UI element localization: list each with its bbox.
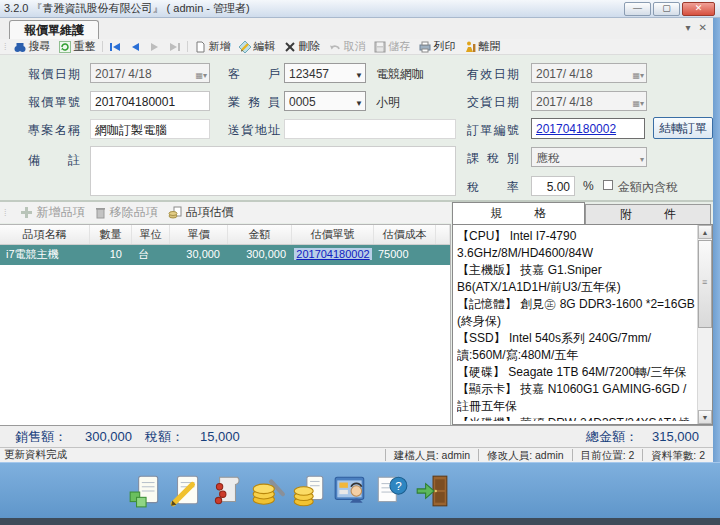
valid-date-field[interactable]: 2017/ 4/18▦▾: [531, 63, 647, 83]
coins-doc-icon[interactable]: [290, 470, 328, 512]
quote-date-label: 報價日期: [28, 66, 80, 83]
help-icon[interactable]: ?: [372, 470, 410, 512]
window-title: 3.2.0 『青雅資訊股份有限公司』 ( admin - 管理者): [4, 2, 250, 14]
tab-menu-icon[interactable]: ▾: [686, 22, 691, 33]
col-qty[interactable]: 數量: [90, 225, 132, 244]
estimate-item-button[interactable]: 品項估價: [168, 204, 234, 221]
note-label: 備註: [28, 152, 80, 169]
search-button[interactable]: 搜尋: [10, 39, 55, 54]
tab-attachment[interactable]: 附件: [585, 204, 711, 224]
minimize-button[interactable]: —: [624, 2, 651, 16]
tax-included-label: 金額內含稅: [618, 179, 678, 196]
maximize-button[interactable]: ▢: [653, 2, 680, 16]
customer-combo[interactable]: 123457▼: [284, 63, 366, 83]
chevron-down-icon[interactable]: ▾: [640, 151, 644, 169]
edit-button[interactable]: 編輯: [235, 39, 280, 54]
record-count-status: 資料筆數: 2: [642, 449, 713, 461]
total-amount-label: 總金額：: [586, 426, 638, 447]
col-est-no[interactable]: 估價單號: [292, 225, 374, 244]
project-label: 專案名稱: [28, 122, 80, 139]
nav-prev-button[interactable]: [125, 39, 145, 54]
nav-first-button[interactable]: [105, 39, 125, 54]
address-field[interactable]: [284, 119, 456, 139]
calendar-dropdown-icon[interactable]: ▦▾: [195, 67, 207, 85]
print-button[interactable]: 列印: [415, 39, 460, 54]
chevron-down-icon[interactable]: ▼: [355, 67, 363, 85]
address-label: 送貨地址: [228, 122, 280, 139]
refresh-button[interactable]: 重整: [55, 39, 100, 54]
position-status: 目前位置: 2: [572, 449, 643, 461]
tax-included-checkbox[interactable]: [603, 180, 613, 190]
refresh-icon: [59, 41, 71, 53]
table-row-selected[interactable]: i7電競主機 10 台 30,000 300,000 201704180002 …: [0, 245, 450, 265]
next-record-icon: [149, 41, 161, 53]
printer-icon: [419, 41, 431, 53]
last-record-icon: [169, 41, 181, 53]
vertical-scrollbar[interactable]: ▲ ▼: [697, 225, 712, 424]
toolbar-grip: ⁞: [4, 42, 7, 52]
valid-date-label: 有效日期: [467, 66, 519, 83]
app-window: 3.2.0 『青雅資訊股份有限公司』 ( admin - 管理者) — ▢ ✕ …: [0, 0, 720, 525]
undo-arrow-icon: [329, 41, 341, 53]
col-item-name[interactable]: 品項名稱: [0, 225, 90, 244]
tab-spec[interactable]: 規格: [452, 202, 585, 224]
calendar-dropdown-icon[interactable]: ▦▾: [632, 67, 644, 85]
right-edge-strip: [713, 18, 720, 462]
scroll-thumb[interactable]: [698, 240, 712, 328]
support-icon[interactable]: [331, 470, 369, 512]
binoculars-icon: [14, 41, 26, 53]
note-textarea[interactable]: [90, 146, 456, 196]
bottom-edge-strip: [0, 518, 720, 525]
deliver-date-label: 交貨日期: [467, 94, 519, 111]
transfer-order-button[interactable]: 結轉訂單: [653, 117, 713, 139]
add-item-button[interactable]: 新增品項: [20, 204, 85, 221]
spec-panel: 【CPU】 Intel I7-4790 3.6GHz/8M/HD4600/84W…: [452, 224, 713, 425]
quote-no-field[interactable]: 201704180001: [90, 91, 210, 111]
scroll-down-icon[interactable]: ▼: [698, 410, 712, 424]
tax-rate-field[interactable]: 5.00: [531, 176, 575, 196]
order-edit-icon[interactable]: [167, 470, 205, 512]
quote-date-field[interactable]: 2017/ 4/18▦▾: [90, 63, 210, 83]
inventory-icon[interactable]: [126, 470, 164, 512]
close-button[interactable]: ✕: [682, 2, 715, 16]
col-price[interactable]: 單價: [170, 225, 228, 244]
estimate-no-link[interactable]: 201704180002: [294, 248, 371, 260]
save-button[interactable]: 儲存: [370, 39, 415, 54]
tax-type-label: 課稅別: [467, 150, 519, 167]
new-document-icon: [194, 41, 206, 53]
order-no-link[interactable]: 201704180002: [536, 122, 616, 136]
scroll-up-icon[interactable]: ▲: [698, 225, 712, 239]
tax-type-combo[interactable]: 應稅▾: [531, 147, 647, 167]
tax-amount-value: 15,000: [200, 426, 240, 447]
col-est-cost[interactable]: 估價成本: [374, 225, 436, 244]
scroll-list-icon[interactable]: [208, 470, 246, 512]
cell-amount: 300,000: [228, 245, 292, 265]
tab-close-icon[interactable]: ✕: [699, 22, 707, 33]
svg-text:?: ?: [395, 478, 402, 491]
cell-cost: 75000: [374, 245, 436, 265]
exit-button[interactable]: 離開: [460, 39, 505, 54]
deliver-date-field[interactable]: 2017/ 4/18▦▾: [531, 91, 647, 111]
exit-door-icon[interactable]: [413, 470, 451, 512]
item-grid: 品項名稱 數量 單位 單價 金額 估價單號 估價成本 i7電競主機 10 台 3…: [0, 224, 451, 425]
nav-last-button[interactable]: [165, 39, 185, 54]
calendar-dropdown-icon[interactable]: ▦▾: [632, 95, 644, 113]
project-field[interactable]: 網咖訂製電腦: [90, 119, 210, 139]
delete-button[interactable]: 刪除: [280, 39, 325, 54]
new-button[interactable]: 新增: [190, 39, 235, 54]
spec-text: 【CPU】 Intel I7-4790 3.6GHz/8M/HD4600/84W…: [457, 228, 695, 421]
trash-icon: [95, 206, 106, 219]
col-amount[interactable]: 金額: [228, 225, 292, 244]
cancel-button[interactable]: 取消: [325, 39, 370, 54]
coins-doc-icon: [168, 206, 182, 219]
remove-item-button[interactable]: 移除品項: [95, 204, 158, 221]
status-message: 更新資料完成: [0, 448, 385, 462]
coins-tool-icon[interactable]: [249, 470, 287, 512]
chevron-down-icon[interactable]: ▼: [355, 95, 363, 113]
salesperson-combo[interactable]: 0005▼: [284, 91, 366, 111]
col-unit[interactable]: 單位: [132, 225, 170, 244]
totals-bar: 銷售額： 300,000 稅額： 15,000 總金額： 315,000: [0, 425, 713, 447]
nav-next-button[interactable]: [145, 39, 165, 54]
order-no-field[interactable]: 201704180002: [531, 118, 645, 139]
tab-quote-maintenance[interactable]: 報價單維護: [9, 20, 99, 39]
